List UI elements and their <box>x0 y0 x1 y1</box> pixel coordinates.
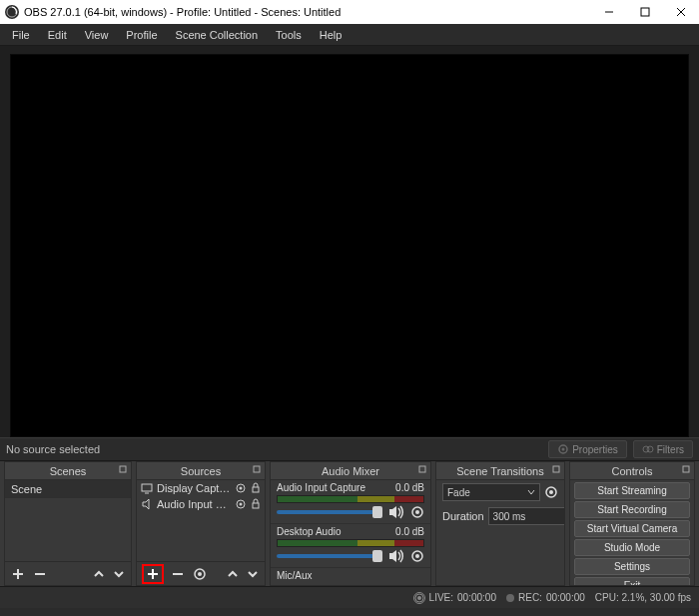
live-label: LIVE: <box>429 592 453 603</box>
close-button[interactable] <box>663 0 699 24</box>
channel-settings-button[interactable] <box>410 549 424 563</box>
sources-header[interactable]: Sources <box>137 462 265 480</box>
scenes-panel: Scenes Scene <box>4 461 132 586</box>
visibility-icon[interactable] <box>235 482 247 494</box>
source-name: Display Capture <box>157 482 231 494</box>
source-item[interactable]: Display Capture <box>137 480 265 496</box>
scenes-list[interactable]: Scene <box>5 480 131 561</box>
scenes-header[interactable]: Scenes <box>5 462 131 480</box>
menu-edit[interactable]: Edit <box>40 27 75 43</box>
scene-remove-button[interactable] <box>33 567 47 581</box>
audio-meter <box>277 539 424 547</box>
status-live: LIVE: 00:00:00 <box>413 592 496 604</box>
scene-name: Scene <box>11 483 42 495</box>
scene-move-up-button[interactable] <box>93 568 105 580</box>
preview-canvas[interactable] <box>10 54 689 437</box>
scene-transitions-panel: Scene Transitions Fade Duration ▲▼ <box>435 461 565 586</box>
properties-button[interactable]: Properties <box>548 440 627 458</box>
menu-scene-collection[interactable]: Scene Collection <box>168 27 267 43</box>
status-bar: LIVE: 00:00:00 REC: 00:00:00 CPU: 2.1%, … <box>0 586 699 608</box>
rec-time: 00:00:00 <box>546 592 585 603</box>
transition-selected-label: Fade <box>447 487 470 498</box>
svg-marker-20 <box>143 499 149 509</box>
volume-slider[interactable] <box>277 554 382 558</box>
controls-popout-icon[interactable] <box>681 464 691 474</box>
filters-icon <box>642 443 654 455</box>
volume-slider[interactable] <box>277 510 382 514</box>
source-properties-button[interactable] <box>193 567 207 581</box>
exit-button[interactable]: Exit <box>574 577 690 585</box>
source-add-button[interactable] <box>143 565 163 583</box>
mixer-popout-icon[interactable] <box>417 464 427 474</box>
menu-tools[interactable]: Tools <box>268 27 310 43</box>
transition-select[interactable]: Fade <box>442 483 540 501</box>
controls-body: Start Streaming Start Recording Start Vi… <box>570 480 694 585</box>
channel-level: 0.0 dB <box>395 482 424 493</box>
lock-icon[interactable] <box>251 498 261 510</box>
duration-input[interactable] <box>488 507 564 525</box>
mute-button[interactable] <box>388 505 404 519</box>
speaker-icon <box>141 498 153 510</box>
obs-logo-icon <box>4 4 20 20</box>
svg-point-32 <box>415 510 419 514</box>
svg-marker-33 <box>389 550 396 562</box>
mute-button[interactable] <box>388 549 404 563</box>
window-title: OBS 27.0.1 (64-bit, windows) - Profile: … <box>24 6 591 18</box>
transitions-header[interactable]: Scene Transitions <box>436 462 564 480</box>
source-item[interactable]: Audio Input Captu. <box>137 496 265 512</box>
lock-icon[interactable] <box>251 482 261 494</box>
sources-popout-icon[interactable] <box>252 464 262 474</box>
scene-move-down-button[interactable] <box>113 568 125 580</box>
svg-point-38 <box>549 490 553 494</box>
source-move-down-button[interactable] <box>247 568 259 580</box>
live-time: 00:00:00 <box>457 592 496 603</box>
svg-point-9 <box>647 446 653 452</box>
menu-view[interactable]: View <box>77 27 117 43</box>
duration-label: Duration <box>442 510 484 522</box>
minimize-button[interactable] <box>591 0 627 24</box>
controls-panel: Controls Start Streaming Start Recording… <box>569 461 695 586</box>
channel-level: 0.0 dB <box>395 526 424 537</box>
settings-button[interactable]: Settings <box>574 558 690 575</box>
dock-area: Scenes Scene Sources Display Capture <box>0 461 699 586</box>
start-streaming-button[interactable]: Start Streaming <box>574 482 690 499</box>
svg-rect-29 <box>419 466 425 472</box>
svg-point-22 <box>240 503 243 506</box>
studio-mode-button[interactable]: Studio Mode <box>574 539 690 556</box>
menu-bar: File Edit View Profile Scene Collection … <box>0 24 699 46</box>
status-cpu: CPU: 2.1%, 30.00 fps <box>595 592 691 603</box>
source-remove-button[interactable] <box>171 567 185 581</box>
svg-rect-14 <box>254 466 260 472</box>
svg-point-7 <box>562 448 565 451</box>
controls-header[interactable]: Controls <box>570 462 694 480</box>
scene-item[interactable]: Scene <box>5 480 131 498</box>
transition-settings-button[interactable] <box>544 485 558 499</box>
preview-area <box>0 46 699 437</box>
sources-title: Sources <box>181 465 221 477</box>
visibility-icon[interactable] <box>235 498 247 510</box>
sources-list[interactable]: Display Capture Audio Input Captu. <box>137 480 265 561</box>
transitions-title: Scene Transitions <box>456 465 543 477</box>
scene-add-button[interactable] <box>11 567 25 581</box>
source-move-up-button[interactable] <box>227 568 239 580</box>
menu-file[interactable]: File <box>4 27 38 43</box>
svg-rect-15 <box>142 484 152 491</box>
menu-profile[interactable]: Profile <box>118 27 165 43</box>
controls-title: Controls <box>612 465 653 477</box>
start-virtual-camera-button[interactable]: Start Virtual Camera <box>574 520 690 537</box>
channel-name: Mic/Aux <box>277 570 313 581</box>
broadcast-icon <box>413 592 425 604</box>
mixer-header[interactable]: Audio Mixer <box>271 462 430 480</box>
menu-help[interactable]: Help <box>312 27 350 43</box>
scenes-popout-icon[interactable] <box>118 464 128 474</box>
svg-point-40 <box>417 596 421 600</box>
start-recording-button[interactable]: Start Recording <box>574 501 690 518</box>
no-source-selected-label: No source selected <box>0 443 548 455</box>
record-dot-icon <box>506 594 514 602</box>
maximize-button[interactable] <box>627 0 663 24</box>
transitions-popout-icon[interactable] <box>551 464 561 474</box>
channel-settings-button[interactable] <box>410 505 424 519</box>
filters-button[interactable]: Filters <box>633 440 693 458</box>
channel-name: Audio Input Capture <box>277 482 365 493</box>
audio-mixer-panel: Audio Mixer Audio Input Capture0.0 dB De… <box>270 461 431 586</box>
